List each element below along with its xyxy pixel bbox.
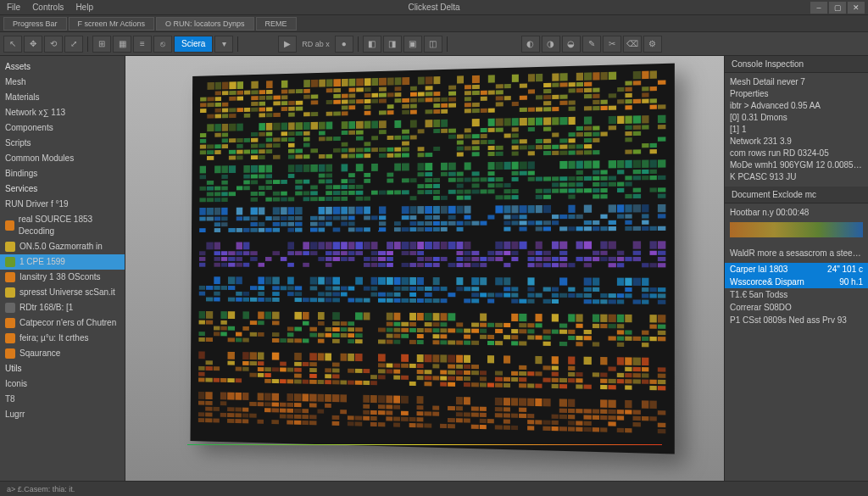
tool-scale-icon[interactable]: ⤢ — [64, 36, 83, 53]
toolbar-label: RD ab x — [298, 40, 333, 48]
tool-grid-icon[interactable]: ▦ — [113, 36, 131, 53]
sidebar-item[interactable]: real SOURCE 1853 Decoding — [0, 212, 125, 239]
tool-snap-icon[interactable]: ⊞ — [92, 36, 111, 53]
property-row[interactable]: T1.€ 5an Todss — [725, 288, 868, 301]
sidebar-item[interactable]: Mesh — [0, 75, 125, 90]
tab-run-locators[interactable]: O RUN: locators Dynps — [156, 17, 254, 31]
property-row[interactable]: Carper lal 180324" 101 c — [725, 263, 868, 276]
sidebar-item[interactable]: Services — [0, 181, 125, 197]
minimize-icon[interactable]: – — [810, 2, 827, 14]
close-icon[interactable]: ✕ — [848, 2, 865, 14]
property-row[interactable]: Correrar S08DO — [725, 301, 868, 314]
tool-record-icon[interactable]: ● — [335, 36, 353, 53]
sidebar-item[interactable]: Lugrr — [0, 407, 125, 422]
sidebar-item[interactable]: feira; µ°u: It crthes — [0, 331, 125, 346]
sidebar-item-label: real SOURCE 1853 Decoding — [19, 214, 120, 237]
sidebar-item[interactable]: Iconis — [0, 376, 125, 392]
maximize-icon[interactable]: ▢ — [829, 2, 846, 14]
script-button[interactable]: Sciera — [174, 36, 213, 53]
document-tabs: Progress Bar F screen Mr Actions O RUN: … — [0, 15, 868, 32]
sidebar-item[interactable]: spresst Universe scSan.it — [0, 285, 125, 300]
tool-layer4-icon[interactable]: ◫ — [424, 36, 442, 53]
folder-icon — [5, 257, 15, 267]
sidebar-item[interactable]: Scripts — [0, 136, 125, 151]
folder-icon — [5, 303, 15, 313]
sidebar-item[interactable]: RUN Driver f °19 — [0, 197, 125, 212]
tool-v4-icon[interactable]: ✎ — [582, 36, 601, 53]
tool-v1-icon[interactable]: ◐ — [521, 36, 540, 53]
console-line: K PCASC 913 JU — [730, 171, 863, 183]
tab-progress[interactable]: Progress Bar — [3, 17, 67, 31]
folder-icon — [5, 287, 15, 298]
menu-file[interactable]: File — [7, 3, 20, 12]
sidebar-item[interactable]: Components — [0, 120, 125, 136]
property-row[interactable]: P1 CSst 0809s Ned ass Prv 93 — [725, 314, 868, 326]
right-panel: Console Inspection Mesh Detail never 7Pr… — [724, 56, 868, 481]
tool-layer2-icon[interactable]: ◨ — [383, 36, 402, 53]
axis-line — [187, 444, 662, 445]
toolbar: ↖ ✥ ⟲ ⤢ ⊞ ▦ ≡ ⎋ Sciera ▾ ▶ RD ab x ● ◧ ◨… — [0, 32, 868, 56]
tool-layer3-icon[interactable]: ▣ — [403, 36, 422, 53]
folder-icon — [5, 333, 15, 343]
sidebar-item-label: Materials — [5, 92, 40, 103]
sidebar-item[interactable]: Common Modules — [0, 151, 125, 166]
panel-document-title: Document Exclode mc — [725, 187, 868, 203]
sidebar-item-label: Scripts — [5, 137, 31, 149]
sidebar-item[interactable]: ON.5.0 Gazmorrath in — [0, 239, 125, 254]
sidebar-item-label: Mesh — [5, 76, 25, 88]
tool-v5-icon[interactable]: ✂ — [603, 36, 621, 53]
sidebar-item-label: spresst Universe scSan.it — [19, 287, 115, 298]
folder-icon — [5, 220, 14, 231]
property-row[interactable]: Wsscorce& Disparn90 h.1 — [725, 276, 868, 288]
sidebar-item-label: Services — [5, 183, 37, 195]
sidebar-item-label: 1 CPE 1599 — [19, 256, 65, 268]
sidebar-item-label: Catpecor n'ers of Chutren — [19, 317, 116, 329]
sidebar-item-label: Utils — [5, 363, 21, 375]
tool-v7-icon[interactable]: ⚙ — [643, 36, 662, 53]
sidebar-item-label: Components — [5, 122, 53, 134]
tab-reme[interactable]: REME — [256, 17, 297, 31]
tab-actions[interactable]: F screen Mr Actions — [69, 17, 155, 31]
tool-v3-icon[interactable]: ◒ — [562, 36, 581, 53]
console-line: MoDe wmh1 906YGM 12 0.0085 24 — [730, 159, 863, 171]
sidebar-item[interactable]: Bindings — [0, 166, 125, 181]
sidebar-item-label: Iconis — [5, 378, 27, 390]
sidebar-item[interactable]: Network x∑ 113 — [0, 105, 125, 120]
menu-help[interactable]: Help — [75, 3, 93, 12]
tool-layer1-icon[interactable]: ◧ — [363, 36, 381, 53]
menu-controls[interactable]: Controls — [32, 3, 64, 12]
sidebar-item[interactable]: T8 — [0, 392, 125, 407]
folder-icon — [5, 318, 15, 328]
sidebar-item-label: Iansitry 1 38 OSconts — [19, 271, 101, 283]
sidebar-item[interactable]: RDtr 168/B: [1 — [0, 300, 125, 315]
tool-link-icon[interactable]: ⎋ — [153, 36, 172, 53]
console-line: ibtr > Advanced 0.95 AA — [730, 100, 863, 112]
tool-move-icon[interactable]: ✥ — [24, 36, 42, 53]
tool-ptr-icon[interactable]: ↖ — [3, 36, 22, 53]
tool-align-icon[interactable]: ≡ — [133, 36, 152, 53]
sidebar-item[interactable]: Assets — [0, 59, 125, 75]
tool-v6-icon[interactable]: ⌫ — [623, 36, 642, 53]
sidebar-item[interactable]: 1 CPE 1599 — [0, 254, 125, 270]
sidebar-item[interactable]: Utils — [0, 361, 125, 376]
sidebar-item-label: feira; µ°u: It crthes — [19, 332, 88, 344]
sidebar-item[interactable]: Iansitry 1 38 OSconts — [0, 270, 125, 285]
tool-drop-icon[interactable]: ▾ — [214, 36, 233, 53]
statusbar: a> £.Casem: thia: it. — [0, 481, 868, 496]
tool-v2-icon[interactable]: ◑ — [542, 36, 560, 53]
sidebar-item[interactable]: Sqaurance — [0, 346, 125, 361]
sidebar-item[interactable]: Materials — [0, 90, 125, 105]
sidebar-item-label: RUN Driver f °19 — [5, 198, 69, 210]
sidebar-item[interactable]: Catpecor n'ers of Chutren — [0, 315, 125, 331]
console-line: Network 231 3.9 — [730, 136, 863, 148]
menubar: File Controls Help Clickest Delta – ▢ ✕ — [0, 0, 868, 15]
sidebar: AssetsMeshMaterialsNetwork x∑ 113Compone… — [0, 56, 125, 481]
sidebar-item-label: Network x∑ 113 — [5, 107, 65, 119]
folder-icon — [5, 242, 15, 252]
sidebar-item-label: Assets — [5, 61, 31, 73]
tool-play-icon[interactable]: ▶ — [278, 36, 297, 53]
sidebar-item-label: Common Modules — [5, 153, 74, 164]
sidebar-item-label: Sqaurance — [19, 348, 60, 359]
tool-rotate-icon[interactable]: ⟲ — [44, 36, 63, 53]
viewport-3d[interactable] — [125, 56, 724, 481]
